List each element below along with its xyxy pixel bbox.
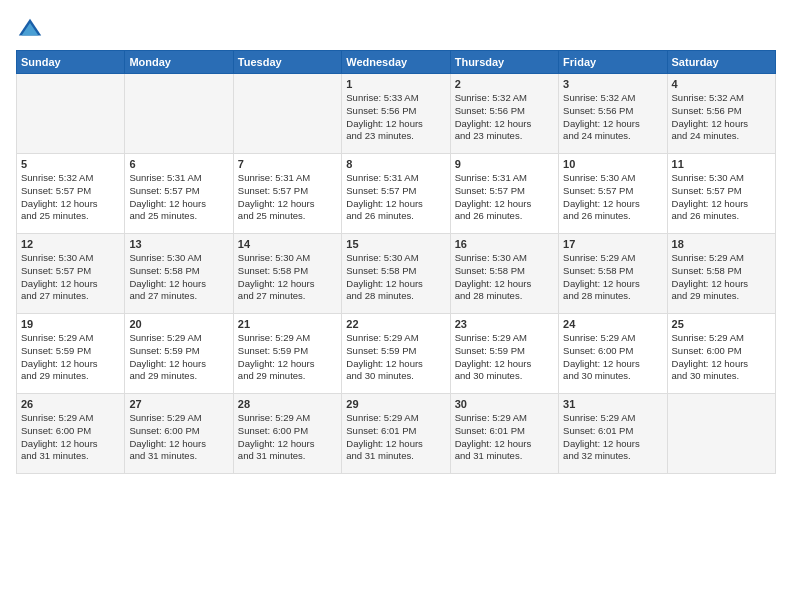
logo	[16, 16, 48, 44]
week-row-1: 1Sunrise: 5:33 AM Sunset: 5:56 PM Daylig…	[17, 74, 776, 154]
cell-content: Sunrise: 5:29 AM Sunset: 6:00 PM Dayligh…	[129, 412, 228, 463]
day-number: 26	[21, 398, 120, 410]
calendar-cell: 30Sunrise: 5:29 AM Sunset: 6:01 PM Dayli…	[450, 394, 558, 474]
cell-content: Sunrise: 5:30 AM Sunset: 5:58 PM Dayligh…	[238, 252, 337, 303]
day-number: 24	[563, 318, 662, 330]
cell-content: Sunrise: 5:29 AM Sunset: 6:00 PM Dayligh…	[563, 332, 662, 383]
calendar-table: SundayMondayTuesdayWednesdayThursdayFrid…	[16, 50, 776, 474]
day-number: 11	[672, 158, 771, 170]
logo-icon	[16, 16, 44, 44]
calendar-cell	[125, 74, 233, 154]
cell-content: Sunrise: 5:32 AM Sunset: 5:56 PM Dayligh…	[455, 92, 554, 143]
calendar-cell	[17, 74, 125, 154]
header-day-saturday: Saturday	[667, 51, 775, 74]
cell-content: Sunrise: 5:29 AM Sunset: 6:00 PM Dayligh…	[238, 412, 337, 463]
header-day-friday: Friday	[559, 51, 667, 74]
day-number: 27	[129, 398, 228, 410]
day-number: 29	[346, 398, 445, 410]
day-number: 13	[129, 238, 228, 250]
calendar-cell: 25Sunrise: 5:29 AM Sunset: 6:00 PM Dayli…	[667, 314, 775, 394]
day-number: 8	[346, 158, 445, 170]
day-number: 30	[455, 398, 554, 410]
calendar-cell: 4Sunrise: 5:32 AM Sunset: 5:56 PM Daylig…	[667, 74, 775, 154]
header-day-monday: Monday	[125, 51, 233, 74]
cell-content: Sunrise: 5:29 AM Sunset: 5:59 PM Dayligh…	[346, 332, 445, 383]
cell-content: Sunrise: 5:30 AM Sunset: 5:57 PM Dayligh…	[672, 172, 771, 223]
day-number: 25	[672, 318, 771, 330]
calendar-cell: 17Sunrise: 5:29 AM Sunset: 5:58 PM Dayli…	[559, 234, 667, 314]
calendar-cell: 27Sunrise: 5:29 AM Sunset: 6:00 PM Dayli…	[125, 394, 233, 474]
cell-content: Sunrise: 5:30 AM Sunset: 5:57 PM Dayligh…	[21, 252, 120, 303]
calendar-cell: 7Sunrise: 5:31 AM Sunset: 5:57 PM Daylig…	[233, 154, 341, 234]
day-number: 20	[129, 318, 228, 330]
calendar-cell: 8Sunrise: 5:31 AM Sunset: 5:57 PM Daylig…	[342, 154, 450, 234]
header-day-tuesday: Tuesday	[233, 51, 341, 74]
cell-content: Sunrise: 5:29 AM Sunset: 6:01 PM Dayligh…	[563, 412, 662, 463]
week-row-4: 19Sunrise: 5:29 AM Sunset: 5:59 PM Dayli…	[17, 314, 776, 394]
header-day-wednesday: Wednesday	[342, 51, 450, 74]
calendar-cell: 12Sunrise: 5:30 AM Sunset: 5:57 PM Dayli…	[17, 234, 125, 314]
day-number: 17	[563, 238, 662, 250]
day-number: 19	[21, 318, 120, 330]
day-number: 5	[21, 158, 120, 170]
cell-content: Sunrise: 5:32 AM Sunset: 5:57 PM Dayligh…	[21, 172, 120, 223]
day-number: 9	[455, 158, 554, 170]
header-row: SundayMondayTuesdayWednesdayThursdayFrid…	[17, 51, 776, 74]
cell-content: Sunrise: 5:29 AM Sunset: 6:01 PM Dayligh…	[346, 412, 445, 463]
day-number: 21	[238, 318, 337, 330]
cell-content: Sunrise: 5:31 AM Sunset: 5:57 PM Dayligh…	[238, 172, 337, 223]
calendar-cell: 10Sunrise: 5:30 AM Sunset: 5:57 PM Dayli…	[559, 154, 667, 234]
week-row-3: 12Sunrise: 5:30 AM Sunset: 5:57 PM Dayli…	[17, 234, 776, 314]
day-number: 10	[563, 158, 662, 170]
day-number: 31	[563, 398, 662, 410]
cell-content: Sunrise: 5:29 AM Sunset: 5:58 PM Dayligh…	[672, 252, 771, 303]
calendar-cell: 22Sunrise: 5:29 AM Sunset: 5:59 PM Dayli…	[342, 314, 450, 394]
calendar-header: SundayMondayTuesdayWednesdayThursdayFrid…	[17, 51, 776, 74]
calendar-cell: 1Sunrise: 5:33 AM Sunset: 5:56 PM Daylig…	[342, 74, 450, 154]
day-number: 7	[238, 158, 337, 170]
day-number: 28	[238, 398, 337, 410]
day-number: 1	[346, 78, 445, 90]
calendar-cell: 18Sunrise: 5:29 AM Sunset: 5:58 PM Dayli…	[667, 234, 775, 314]
calendar-cell: 13Sunrise: 5:30 AM Sunset: 5:58 PM Dayli…	[125, 234, 233, 314]
calendar-cell: 26Sunrise: 5:29 AM Sunset: 6:00 PM Dayli…	[17, 394, 125, 474]
day-number: 18	[672, 238, 771, 250]
cell-content: Sunrise: 5:30 AM Sunset: 5:57 PM Dayligh…	[563, 172, 662, 223]
day-number: 2	[455, 78, 554, 90]
day-number: 22	[346, 318, 445, 330]
cell-content: Sunrise: 5:30 AM Sunset: 5:58 PM Dayligh…	[129, 252, 228, 303]
calendar-cell: 14Sunrise: 5:30 AM Sunset: 5:58 PM Dayli…	[233, 234, 341, 314]
cell-content: Sunrise: 5:29 AM Sunset: 5:59 PM Dayligh…	[21, 332, 120, 383]
day-number: 6	[129, 158, 228, 170]
header-day-sunday: Sunday	[17, 51, 125, 74]
calendar-cell: 19Sunrise: 5:29 AM Sunset: 5:59 PM Dayli…	[17, 314, 125, 394]
calendar-cell: 2Sunrise: 5:32 AM Sunset: 5:56 PM Daylig…	[450, 74, 558, 154]
calendar-cell: 20Sunrise: 5:29 AM Sunset: 5:59 PM Dayli…	[125, 314, 233, 394]
calendar-cell: 3Sunrise: 5:32 AM Sunset: 5:56 PM Daylig…	[559, 74, 667, 154]
cell-content: Sunrise: 5:29 AM Sunset: 5:59 PM Dayligh…	[455, 332, 554, 383]
day-number: 14	[238, 238, 337, 250]
cell-content: Sunrise: 5:31 AM Sunset: 5:57 PM Dayligh…	[346, 172, 445, 223]
week-row-2: 5Sunrise: 5:32 AM Sunset: 5:57 PM Daylig…	[17, 154, 776, 234]
calendar-cell: 16Sunrise: 5:30 AM Sunset: 5:58 PM Dayli…	[450, 234, 558, 314]
cell-content: Sunrise: 5:30 AM Sunset: 5:58 PM Dayligh…	[455, 252, 554, 303]
day-number: 4	[672, 78, 771, 90]
calendar-cell: 24Sunrise: 5:29 AM Sunset: 6:00 PM Dayli…	[559, 314, 667, 394]
cell-content: Sunrise: 5:29 AM Sunset: 5:58 PM Dayligh…	[563, 252, 662, 303]
cell-content: Sunrise: 5:31 AM Sunset: 5:57 PM Dayligh…	[129, 172, 228, 223]
cell-content: Sunrise: 5:32 AM Sunset: 5:56 PM Dayligh…	[672, 92, 771, 143]
cell-content: Sunrise: 5:32 AM Sunset: 5:56 PM Dayligh…	[563, 92, 662, 143]
calendar-cell: 23Sunrise: 5:29 AM Sunset: 5:59 PM Dayli…	[450, 314, 558, 394]
header-day-thursday: Thursday	[450, 51, 558, 74]
cell-content: Sunrise: 5:33 AM Sunset: 5:56 PM Dayligh…	[346, 92, 445, 143]
day-number: 15	[346, 238, 445, 250]
cell-content: Sunrise: 5:30 AM Sunset: 5:58 PM Dayligh…	[346, 252, 445, 303]
cell-content: Sunrise: 5:29 AM Sunset: 6:00 PM Dayligh…	[672, 332, 771, 383]
week-row-5: 26Sunrise: 5:29 AM Sunset: 6:00 PM Dayli…	[17, 394, 776, 474]
calendar-cell	[667, 394, 775, 474]
calendar-cell: 5Sunrise: 5:32 AM Sunset: 5:57 PM Daylig…	[17, 154, 125, 234]
cell-content: Sunrise: 5:29 AM Sunset: 5:59 PM Dayligh…	[238, 332, 337, 383]
calendar-cell: 28Sunrise: 5:29 AM Sunset: 6:00 PM Dayli…	[233, 394, 341, 474]
day-number: 3	[563, 78, 662, 90]
day-number: 16	[455, 238, 554, 250]
